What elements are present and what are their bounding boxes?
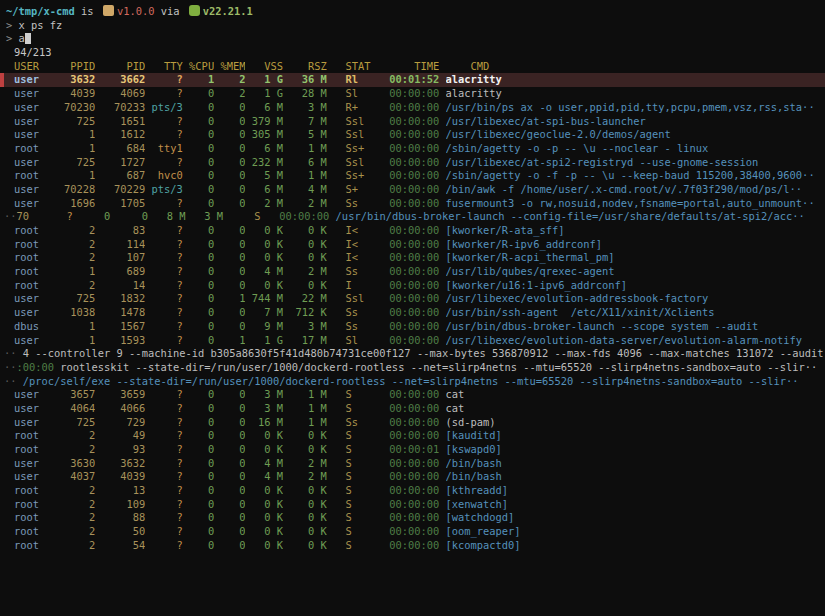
- process-row[interactable]: user16961705?002 M2 MSs00:00:00fusermoun…: [0, 197, 825, 211]
- cell-pid: 4066: [95, 402, 145, 416]
- cell-tty: ?: [145, 73, 183, 87]
- wrapped-line-row[interactable]: ·· 4 --controller 9 --machine-id b305a86…: [0, 347, 825, 361]
- wrapped-line-row[interactable]: ·· /proc/self/exe --state-dir=/run/user/…: [0, 375, 825, 389]
- cell-time: 00:00:00: [377, 101, 440, 115]
- cell-mem: 0: [214, 156, 245, 170]
- cell-user: user: [14, 87, 52, 101]
- cell-cmd: cat: [446, 402, 825, 416]
- process-row[interactable]: user36303632?004 M2 MS00:00:00/bin/bash: [0, 457, 825, 471]
- process-row[interactable]: root250?000 K0 KS00:00:00[oom_reaper]: [0, 525, 825, 539]
- cell-time: 00:00:00: [377, 429, 440, 443]
- cell-rsz: 28 M: [283, 87, 327, 101]
- cell-mem: 0: [214, 265, 245, 279]
- cell-rsz: 22 M: [283, 292, 327, 306]
- cell-user: user: [14, 457, 52, 471]
- process-row[interactable]: root214?000 K0 KI00:00:00[kworker/u16:1-…: [0, 279, 825, 293]
- process-row-selected[interactable]: user36323662?121 G36 MRl00:01:52alacritt…: [0, 73, 825, 87]
- cell-mem: 0: [214, 279, 245, 293]
- process-row[interactable]: user40394069?021 G28 MSl00:00:00alacritt…: [0, 87, 825, 101]
- cell-cmd: [xenwatch]: [446, 498, 825, 512]
- cell-ppid: 1: [52, 265, 96, 279]
- cell-time: 00:00:00: [377, 279, 440, 293]
- cell-mem: 0: [214, 443, 245, 457]
- process-row[interactable]: user36573659?003 M1 MS00:00:00cat: [0, 388, 825, 402]
- cell-vss: 6 M: [245, 183, 283, 197]
- cell-time: 00:00:00: [377, 169, 440, 183]
- process-row[interactable]: root293?000 K0 KS00:00:01[kswapd0]: [0, 443, 825, 457]
- cell-stat: S: [345, 498, 376, 512]
- cell-vss: 1 G: [245, 87, 283, 101]
- cell-ppid: 2: [52, 251, 96, 265]
- cell-mem: 0: [214, 142, 245, 156]
- cell-cpu: 0: [183, 292, 214, 306]
- cell-user: root: [14, 443, 52, 457]
- cell-time: 00:00:00: [377, 539, 440, 553]
- cell-stat: S: [345, 443, 376, 457]
- cell-mem: 0: [214, 238, 245, 252]
- cell-pid: 93: [95, 443, 145, 457]
- process-row[interactable]: user40374039?004 M2 MS00:00:00/bin/bash: [0, 470, 825, 484]
- header-rsz: RSZ: [283, 60, 327, 74]
- cell-mem: 0: [214, 525, 245, 539]
- cell-cmd: /sbin/agetty -o -p -- \u --noclear - lin…: [446, 142, 825, 156]
- cell-stat: Ssl: [345, 292, 376, 306]
- process-row[interactable]: root283?000 K0 KI<00:00:00[kworker/R-ata…: [0, 224, 825, 238]
- cell-pid: 3632: [95, 457, 145, 471]
- process-row[interactable]: user7251832?01744 M22 MSsl00:00:00/usr/l…: [0, 292, 825, 306]
- package-icon: [103, 5, 114, 16]
- cell-cpu: 0: [183, 457, 214, 471]
- cell-time: 00:00:00: [377, 470, 440, 484]
- process-row[interactable]: user7022870229pts/3006 M4 MS+00:00:00/bi…: [0, 183, 825, 197]
- cell-tty: ?: [145, 429, 183, 443]
- cell-cmd: /usr/lib/qubes/qrexec-agent: [446, 265, 825, 279]
- cell-ppid: 1: [52, 334, 96, 348]
- cell-vss: 0 K: [245, 224, 283, 238]
- cell-rsz: 0 K: [283, 525, 327, 539]
- cell-rsz: 2 M: [283, 457, 327, 471]
- cell-stat: Sl: [345, 334, 376, 348]
- wrapped-line-row[interactable]: ··:00:00 rootlesskit --state-dir=/run/us…: [0, 361, 825, 375]
- cell-tty: ?: [145, 115, 183, 129]
- cell-user: root: [14, 169, 52, 183]
- cell-mem: 0: [214, 511, 245, 525]
- cell-ppid: 3632: [52, 73, 96, 87]
- wrapped-line-row[interactable]: ··70 ? 0 0 8 M 3 M S 00:00:00 /usr/bin/d…: [0, 210, 825, 224]
- cell-ppid: 3657: [52, 388, 96, 402]
- process-row[interactable]: root1687hvc0005 M1 MSs+00:00:00/sbin/age…: [0, 169, 825, 183]
- cell-vss: 4 M: [245, 457, 283, 471]
- cell-stat: Ss: [345, 306, 376, 320]
- process-row[interactable]: root2107?000 K0 KI<00:00:00[kworker/R-ac…: [0, 251, 825, 265]
- cell-mem: 0: [214, 457, 245, 471]
- process-row[interactable]: root249?000 K0 KS00:00:00[kauditd]: [0, 429, 825, 443]
- process-row[interactable]: user11593?011 G17 MSl00:00:00/usr/libexe…: [0, 334, 825, 348]
- cell-user: user: [14, 402, 52, 416]
- process-row[interactable]: root254?000 K0 KS00:00:00[kcompactd0]: [0, 539, 825, 553]
- process-row[interactable]: user725729?0016 M1 MSs00:00:00(sd-pam): [0, 416, 825, 430]
- process-row[interactable]: root288?000 K0 KS00:00:00[watchdogd]: [0, 511, 825, 525]
- process-row[interactable]: root213?000 K0 KS00:00:00[kthreadd]: [0, 484, 825, 498]
- cell-rsz: 1 M: [283, 416, 327, 430]
- process-row[interactable]: root1684tty1006 M1 MSs+00:00:00/sbin/age…: [0, 142, 825, 156]
- cell-user: user: [14, 128, 52, 142]
- process-row[interactable]: root2109?000 K0 KS00:00:00[xenwatch]: [0, 498, 825, 512]
- cell-pid: 50: [95, 525, 145, 539]
- cell-tty: ?: [145, 251, 183, 265]
- process-row[interactable]: user40644066?003 M1 MS00:00:00cat: [0, 402, 825, 416]
- cell-mem: 0: [214, 251, 245, 265]
- cell-user: dbus: [14, 320, 52, 334]
- process-row[interactable]: user7251727?00232 M6 MSsl00:00:00/usr/li…: [0, 156, 825, 170]
- cell-user: user: [14, 197, 52, 211]
- cell-cpu: 0: [183, 265, 214, 279]
- process-row[interactable]: root2114?000 K0 KI<00:00:00[kworker/R-ip…: [0, 238, 825, 252]
- process-row[interactable]: user7023070233pts/3006 M3 MR+00:00:00/us…: [0, 101, 825, 115]
- process-row[interactable]: dbus11567?009 M3 MSs00:00:00/usr/bin/dbu…: [0, 320, 825, 334]
- process-row[interactable]: user7251651?00379 M7 MSsl00:00:00/usr/li…: [0, 115, 825, 129]
- cell-stat: I<: [345, 251, 376, 265]
- cell-time: 00:00:00: [377, 498, 440, 512]
- cell-cmd: [kcompactd0]: [446, 539, 825, 553]
- process-row[interactable]: user11612?00305 M5 MSsl00:00:00/usr/libe…: [0, 128, 825, 142]
- query-input-line[interactable]: > a: [0, 32, 825, 46]
- process-row[interactable]: root1689?004 M2 MSs00:00:00/usr/lib/qube…: [0, 265, 825, 279]
- process-row[interactable]: user10381478?007 M712 KSs00:00:00/usr/bi…: [0, 306, 825, 320]
- cell-cpu: 0: [183, 128, 214, 142]
